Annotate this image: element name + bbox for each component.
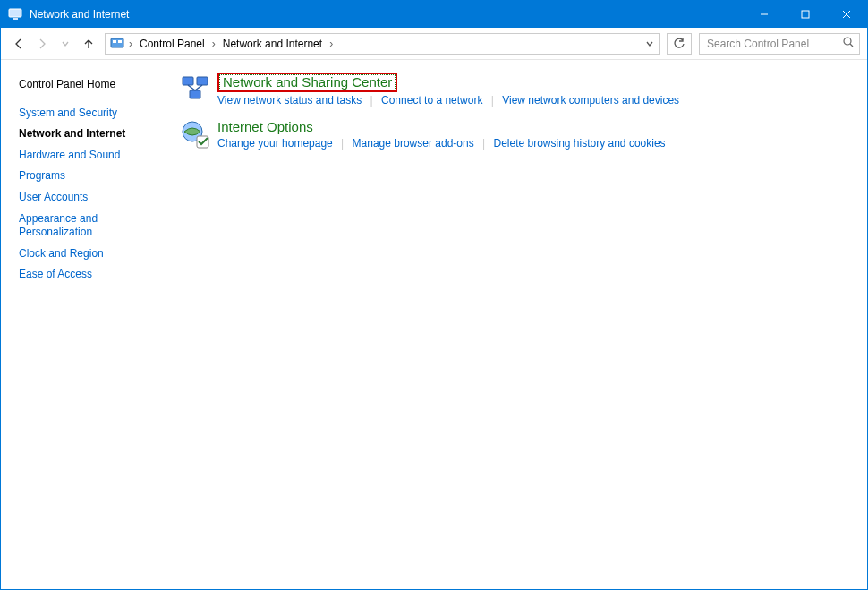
close-button[interactable]: [826, 1, 867, 28]
sidebar-home[interactable]: Control Panel Home: [19, 74, 171, 96]
sidebar-item-network-and-internet[interactable]: Network and Internet: [19, 124, 171, 145]
minimize-button[interactable]: [744, 1, 785, 28]
category-heading-network-sharing[interactable]: Network and Sharing Center: [217, 73, 397, 92]
control-panel-icon: [109, 36, 125, 52]
svg-rect-12: [197, 77, 208, 85]
search-box[interactable]: [699, 33, 860, 55]
link-delete-history[interactable]: Delete browsing history and cookies: [493, 137, 665, 150]
back-button[interactable]: [8, 33, 30, 55]
window-controls: [744, 1, 867, 28]
sidebar-item-ease-of-access[interactable]: Ease of Access: [19, 264, 171, 286]
svg-rect-11: [183, 77, 193, 85]
link-divider: |: [365, 94, 379, 107]
category-network-sharing-center: Network and Sharing Center View network …: [180, 73, 858, 107]
sidebar-item-system-and-security[interactable]: System and Security: [19, 103, 171, 124]
search-input[interactable]: [705, 37, 843, 51]
svg-rect-7: [113, 40, 116, 43]
category-links: Change your homepage | Manage browser ad…: [217, 137, 666, 150]
breadcrumb-root[interactable]: Control Panel: [136, 38, 208, 50]
sidebar-item-user-accounts[interactable]: User Accounts: [19, 187, 171, 209]
address-dropdown-button[interactable]: [641, 34, 659, 54]
maximize-button[interactable]: [785, 1, 826, 28]
svg-rect-13: [190, 90, 200, 98]
svg-line-10: [850, 44, 853, 47]
svg-line-14: [188, 85, 195, 90]
up-button[interactable]: [78, 33, 99, 55]
chevron-right-icon[interactable]: ›: [328, 38, 335, 50]
link-divider: |: [486, 94, 499, 107]
link-connect-to-network[interactable]: Connect to a network: [381, 94, 482, 107]
sidebar-item-programs[interactable]: Programs: [19, 166, 171, 187]
svg-rect-8: [118, 40, 122, 43]
sidebar-item-hardware-and-sound[interactable]: Hardware and Sound: [19, 145, 171, 167]
link-view-network-computers[interactable]: View network computers and devices: [502, 94, 679, 107]
category-heading-internet-options[interactable]: Internet Options: [217, 119, 313, 134]
breadcrumb-current[interactable]: Network and Internet: [219, 38, 326, 50]
link-divider: |: [336, 137, 349, 150]
svg-rect-0: [9, 9, 21, 17]
window-title: Network and Internet: [30, 8, 129, 21]
chevron-right-icon[interactable]: ›: [210, 38, 217, 50]
sidebar-item-clock-and-region[interactable]: Clock and Region: [19, 244, 171, 265]
svg-rect-1: [13, 18, 18, 20]
category-links: View network status and tasks | Connect …: [217, 94, 679, 107]
link-manage-addons[interactable]: Manage browser add-ons: [353, 137, 474, 150]
forward-button[interactable]: [31, 33, 53, 55]
category-internet-options: Internet Options Change your homepage | …: [180, 119, 858, 150]
internet-options-icon: [180, 119, 210, 150]
sidebar-item-appearance-and-personalization[interactable]: Appearance and Personalization: [19, 209, 135, 244]
main-panel: Network and Sharing Center View network …: [171, 60, 867, 589]
link-divider: |: [477, 137, 490, 150]
refresh-button[interactable]: [667, 33, 692, 55]
svg-point-9: [844, 38, 851, 45]
search-icon[interactable]: [843, 37, 854, 50]
svg-rect-3: [802, 11, 809, 18]
link-view-network-status[interactable]: View network status and tasks: [217, 94, 362, 107]
network-sharing-center-icon: [180, 73, 210, 103]
content-area: Control Panel Home System and Security N…: [1, 60, 867, 589]
recent-locations-button[interactable]: [55, 33, 76, 55]
svg-line-15: [195, 85, 202, 90]
address-bar[interactable]: › Control Panel › Network and Internet ›: [105, 33, 660, 55]
control-panel-network-icon: [8, 7, 22, 21]
navigation-bar: › Control Panel › Network and Internet ›: [1, 28, 867, 60]
chevron-right-icon[interactable]: ›: [127, 38, 134, 50]
sidebar: Control Panel Home System and Security N…: [1, 60, 171, 589]
title-bar: Network and Internet: [1, 1, 867, 28]
link-change-homepage[interactable]: Change your homepage: [217, 137, 333, 150]
